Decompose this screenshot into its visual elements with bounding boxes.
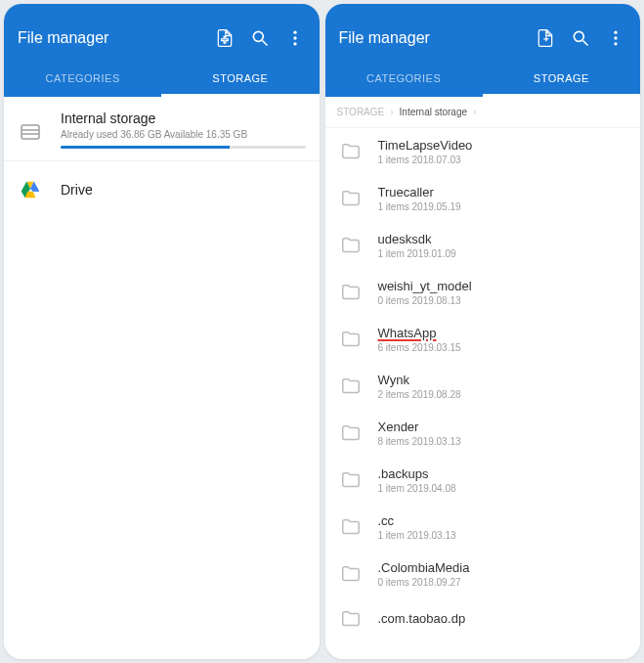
search-icon[interactable]	[249, 27, 271, 49]
folder-icon	[339, 328, 363, 351]
app-title: File manager	[18, 29, 200, 47]
svg-rect-5	[21, 125, 39, 139]
folder-row[interactable]: weishi_yt_model0 items 2019.08.13	[325, 269, 641, 316]
app-header: File manager CATEGORIES STORAGE	[4, 4, 320, 97]
folder-row[interactable]: udesksdk1 item 2019.01.09	[325, 222, 641, 269]
search-icon[interactable]	[570, 27, 591, 49]
internal-storage-row[interactable]: Internal storage Already used 36.86 GB A…	[4, 97, 320, 161]
internal-storage-sub: Already used 36.86 GB Available 16.35 GB	[61, 129, 306, 140]
folder-name: Xender	[378, 420, 627, 434]
folder-icon	[339, 140, 363, 163]
breadcrumb-root[interactable]: STORAGE	[337, 107, 385, 117]
folder-row[interactable]: .backups1 item 2019.04.08	[325, 457, 641, 504]
folder-name: .backups	[378, 466, 627, 481]
folder-sub: 0 items 2018.09.27	[378, 577, 627, 588]
folder-row[interactable]: .ColombiaMedia0 items 2018.09.27	[325, 551, 641, 597]
folder-icon	[339, 607, 363, 631]
folder-sub: 2 items 2019.08.28	[378, 389, 627, 400]
more-icon[interactable]	[284, 27, 306, 49]
svg-point-2	[293, 31, 296, 34]
folder-name: WhatsApp	[378, 326, 627, 340]
tab-categories[interactable]: CATEGORIES	[325, 63, 483, 97]
folder-sub: 1 items 2019.05.19	[378, 201, 627, 212]
tab-storage[interactable]: STORAGE	[483, 63, 640, 97]
tabs: CATEGORIES STORAGE	[4, 63, 320, 97]
folder-name: Wynk	[378, 373, 627, 387]
folder-row[interactable]: Xender8 items 2019.03.13	[325, 410, 641, 457]
internal-storage-name: Internal storage	[61, 110, 306, 126]
app-title: File manager	[339, 29, 522, 47]
folder-sub: 6 items 2019.03.15	[378, 342, 627, 353]
folder-row[interactable]: WhatsApp6 items 2019.03.15	[325, 316, 641, 363]
breadcrumb: STORAGE › Internal storage ›	[325, 97, 641, 128]
svg-point-4	[293, 42, 296, 45]
tabs: CATEGORIES STORAGE	[325, 63, 641, 97]
folder-icon	[339, 515, 363, 539]
svg-point-22	[614, 31, 617, 34]
svg-point-3	[293, 36, 296, 39]
svg-line-21	[583, 41, 588, 46]
folder-icon	[339, 281, 363, 304]
folder-icon	[339, 234, 363, 257]
content: STORAGE › Internal storage › TimeLapseVi…	[325, 97, 641, 659]
folder-icon	[339, 187, 363, 210]
folder-icon	[339, 421, 363, 445]
chevron-right-icon: ›	[390, 107, 393, 117]
svg-line-1	[262, 41, 267, 46]
folder-name: weishi_yt_model	[378, 279, 627, 293]
content: Internal storage Already used 36.86 GB A…	[4, 97, 320, 659]
folder-sub: 1 item 2019.01.09	[378, 248, 627, 259]
folder-icon	[339, 375, 363, 398]
new-file-icon[interactable]	[214, 27, 236, 49]
folder-name: .ColombiaMedia	[378, 560, 627, 575]
breadcrumb-current[interactable]: Internal storage	[400, 107, 468, 117]
internal-storage-icon	[18, 119, 43, 145]
storage-progress-bar	[61, 146, 230, 149]
folder-name: udesksdk	[378, 232, 627, 246]
tab-categories[interactable]: CATEGORIES	[4, 63, 161, 97]
folder-sub: 1 item 2019.03.13	[378, 530, 627, 541]
folder-icon	[339, 562, 363, 586]
title-bar: File manager	[325, 18, 641, 63]
title-bar: File manager	[4, 18, 320, 63]
folder-row[interactable]: Truecaller1 items 2019.05.19	[325, 175, 641, 222]
svg-point-23	[614, 36, 617, 39]
drive-icon	[18, 177, 43, 202]
app-header: File manager CATEGORIES STORAGE	[325, 4, 641, 97]
folder-icon	[339, 468, 363, 492]
storage-progress	[61, 146, 306, 149]
folder-name: .com.taobao.dp	[378, 611, 627, 626]
folder-sub: 1 item 2019.04.08	[378, 483, 627, 494]
folder-name: TimeLapseVideo	[378, 138, 627, 153]
folder-name: Truecaller	[378, 185, 627, 199]
folder-sub: 0 items 2019.08.13	[378, 295, 627, 306]
folder-sub: 1 items 2018.07.03	[378, 155, 627, 165]
folder-row[interactable]: .cc1 item 2019.03.13	[325, 504, 641, 551]
svg-point-0	[253, 31, 263, 41]
more-icon[interactable]	[605, 27, 626, 49]
folder-row[interactable]: .com.taobao.dp	[325, 597, 641, 641]
chevron-right-icon: ›	[473, 107, 476, 117]
new-file-icon[interactable]	[535, 27, 556, 49]
folder-row[interactable]: Wynk2 items 2019.08.28	[325, 363, 641, 410]
tab-storage[interactable]: STORAGE	[161, 63, 319, 97]
drive-row[interactable]: Drive	[4, 161, 320, 218]
folder-row[interactable]: TimeLapseVideo1 items 2018.07.03	[325, 128, 641, 175]
folder-sub: 8 items 2019.03.13	[378, 436, 627, 447]
svg-point-20	[574, 31, 583, 41]
folder-name: .cc	[378, 513, 627, 528]
drive-name: Drive	[61, 182, 93, 198]
phone-right: File manager CATEGORIES STORAGE STORAGE …	[325, 4, 641, 659]
phone-left: File manager CATEGORIES STORAGE Internal…	[4, 4, 320, 659]
folder-list[interactable]: TimeLapseVideo1 items 2018.07.03Truecall…	[325, 128, 641, 659]
svg-point-24	[614, 42, 617, 45]
